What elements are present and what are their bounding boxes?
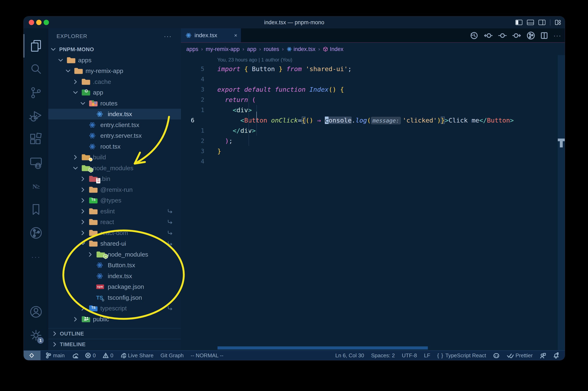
chevron-right-icon[interactable]	[72, 154, 81, 160]
tree-item--types[interactable]: TS@types	[48, 195, 181, 206]
tree-item--bin[interactable]: 0110.bin	[48, 174, 181, 184]
chevron-down-icon[interactable]	[72, 90, 81, 96]
git-blame-codelens[interactable]: You, 23 hours ago | 1 author (You)	[217, 56, 292, 64]
git-branch-circle-icon[interactable]	[527, 31, 535, 40]
breadcrumb-app[interactable]: app	[247, 46, 256, 52]
tree-item-app[interactable]: ⚙app	[48, 87, 181, 98]
tree-item-eslint[interactable]: eslint	[48, 206, 181, 217]
activity-accounts[interactable]	[24, 300, 48, 324]
activity-remote-explorer[interactable]	[24, 151, 48, 175]
tree-item-shared-ui[interactable]: shared-ui	[48, 238, 181, 249]
chevron-down-icon[interactable]	[80, 100, 89, 106]
breadcrumb-index-tsx[interactable]: index.tsx	[287, 46, 316, 52]
section-timeline[interactable]: TIMELINE	[48, 339, 181, 349]
status-feedback-icon[interactable]	[540, 353, 546, 358]
chevron-right-icon[interactable]	[80, 187, 89, 193]
status-cloud-upload-icon[interactable]	[72, 353, 78, 358]
tree-item-build[interactable]: build	[48, 152, 181, 163]
change-icon[interactable]	[498, 31, 507, 40]
tree-item-package-json[interactable]: npmpackage.json	[48, 282, 181, 292]
activity-settings[interactable]: 1	[24, 324, 48, 347]
activity-source-control[interactable]	[24, 81, 48, 104]
tab-index-tsx[interactable]: index.tsx ×	[181, 28, 241, 42]
code-line[interactable]: 4	[181, 74, 555, 84]
breadcrumb-my-remix-app[interactable]: my-remix-app	[206, 46, 240, 52]
status-0[interactable]: 0	[85, 352, 96, 359]
chevron-right-icon[interactable]	[80, 176, 89, 182]
explorer-more-actions-icon[interactable]: ···	[164, 33, 172, 40]
tree-item-public[interactable]: public	[48, 314, 181, 325]
more-actions-icon[interactable]: ···	[553, 32, 562, 39]
tree-item--remix-run[interactable]: @remix-run	[48, 184, 181, 195]
chevron-right-icon[interactable]	[80, 230, 89, 236]
tree-item-react[interactable]: react	[48, 217, 181, 227]
history-icon[interactable]	[470, 31, 478, 40]
activity-git-graph[interactable]	[24, 222, 48, 245]
tree-item-index-tsx[interactable]: index.tsx	[48, 109, 181, 119]
status-git-graph[interactable]: Git Graph	[161, 352, 184, 359]
code-line[interactable]: 5import { Button } from 'shared-ui';	[181, 64, 555, 74]
status-utf-8[interactable]: UTF-8	[402, 352, 417, 359]
status-bell-dot-icon[interactable]	[553, 352, 559, 359]
tree-item-entry-client-tsx[interactable]: entry.client.tsx	[48, 120, 181, 130]
status-ln-6-col-30[interactable]: Ln 6, Col 30	[335, 352, 364, 359]
chevron-right-icon[interactable]	[80, 208, 89, 214]
code-line[interactable]: 2 );	[181, 136, 555, 146]
status-0[interactable]: 0	[103, 352, 113, 359]
close-tab-icon[interactable]: ×	[234, 32, 237, 39]
activity-run-debug[interactable]	[24, 104, 48, 128]
tree-item-entry-server-tsx[interactable]: entry.server.tsx	[48, 130, 181, 141]
next-change-icon[interactable]	[512, 31, 521, 40]
tree-item-routes[interactable]: routes	[48, 98, 181, 109]
code-line[interactable]: 4	[181, 156, 555, 167]
editor-horizontal-scrollbar[interactable]	[217, 346, 428, 349]
toggle-secondary-sidebar-icon[interactable]	[538, 20, 545, 25]
code-area[interactable]: You, 23 hours ago | 1 author (You)5impor…	[181, 55, 555, 346]
activity-extensions[interactable]	[24, 128, 48, 151]
activity-nx-console[interactable]: N≥	[24, 175, 48, 198]
status--normal-[interactable]: -- NORMAL --	[191, 352, 223, 359]
chevron-right-icon[interactable]	[72, 79, 81, 85]
status-prettier[interactable]: Prettier	[507, 352, 533, 359]
tree-item-apps[interactable]: apps	[48, 55, 181, 66]
status-lf[interactable]: LF	[424, 352, 430, 359]
status-typescript-react[interactable]: { }TypeScript React	[437, 352, 486, 359]
chevron-down-icon[interactable]	[58, 57, 67, 63]
toggle-panel-icon[interactable]	[527, 20, 534, 25]
activity-explorer[interactable]	[24, 34, 48, 58]
code-line[interactable]: 3export default function Index() {	[181, 84, 555, 95]
toggle-primary-sidebar-icon[interactable]	[515, 20, 522, 25]
status-spaces-2[interactable]: Spaces: 2	[371, 352, 395, 359]
tree-item-index-tsx[interactable]: index.tsx	[48, 271, 181, 282]
chevron-down-icon[interactable]	[72, 165, 81, 171]
tree-root-pnpm-mono[interactable]: PNPM-MONO	[48, 44, 181, 55]
tree-item-my-remix-app[interactable]: my-remix-app	[48, 66, 181, 76]
tree-item-button-tsx[interactable]: Button.tsx	[48, 260, 181, 271]
activity-bookmarks[interactable]	[24, 198, 48, 222]
tree-item-node-modules[interactable]: JSnode_modules	[48, 249, 181, 260]
chevron-right-icon[interactable]	[80, 219, 89, 225]
activity-more-views[interactable]: ···	[24, 245, 48, 269]
chevron-right-icon[interactable]	[72, 316, 81, 322]
status-copilot-icon[interactable]	[493, 352, 499, 359]
chevron-right-icon[interactable]	[80, 197, 89, 203]
tree-item-root-tsx[interactable]: root.tsx	[48, 141, 181, 152]
status-main[interactable]: main	[45, 352, 65, 359]
tree-item--cache[interactable]: .cache	[48, 77, 181, 87]
code-line[interactable]: 1 <div>	[181, 105, 555, 115]
chevron-right-icon[interactable]	[87, 251, 96, 258]
breadcrumb-apps[interactable]: apps	[186, 46, 198, 52]
section-outline[interactable]: OUTLINE	[48, 328, 181, 339]
prev-change-icon[interactable]	[484, 31, 492, 40]
tree-item-typescript[interactable]: TStypescript	[48, 303, 181, 314]
tree-item-react-dom[interactable]: react-dom	[48, 228, 181, 238]
code-line[interactable]: 1 </div>	[181, 125, 555, 136]
code-line[interactable]: 2 return (	[181, 95, 555, 105]
code-line[interactable]: 3}	[181, 146, 555, 156]
breadcrumb-index[interactable]: Index	[323, 46, 343, 52]
breadcrumb-routes[interactable]: routes	[264, 46, 279, 52]
customize-layout-icon[interactable]	[555, 19, 561, 25]
chevron-down-icon[interactable]	[50, 46, 59, 52]
status-live-share[interactable]: Live Share	[120, 352, 153, 359]
chevron-down-icon[interactable]	[80, 241, 89, 247]
